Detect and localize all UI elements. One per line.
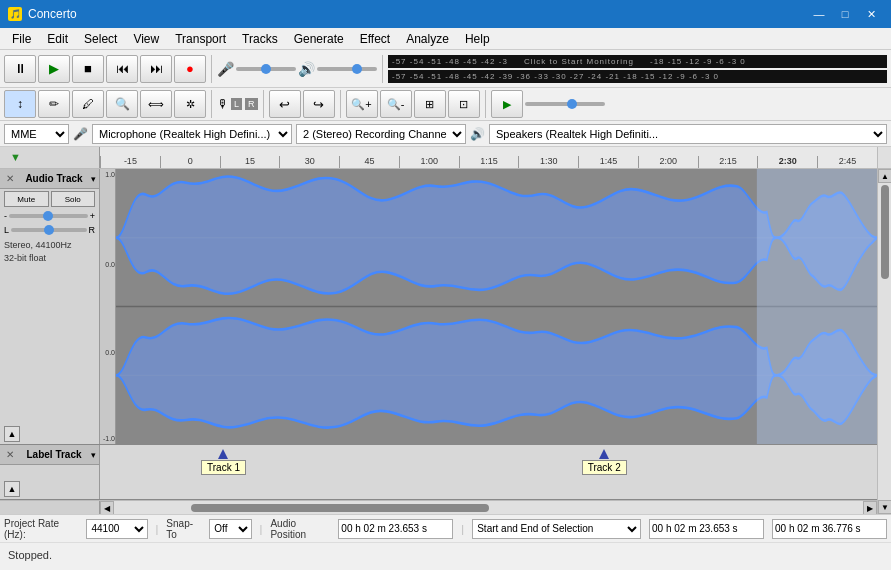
play-button[interactable]: ▶ (38, 55, 70, 83)
separator (211, 55, 212, 83)
menu-help[interactable]: Help (457, 30, 498, 48)
pan-slider[interactable] (11, 228, 86, 232)
hscroll-thumb[interactable] (191, 504, 489, 512)
gain-minus: - (4, 211, 7, 221)
close-button[interactable]: ✕ (859, 4, 883, 24)
sep6 (485, 90, 486, 118)
title-bar: 🎵 Concerto — □ ✕ (0, 0, 891, 28)
skip-back-button[interactable]: ⏮ (106, 55, 138, 83)
menu-generate[interactable]: Generate (286, 30, 352, 48)
zoom-out-button[interactable]: 🔍- (380, 90, 412, 118)
selection-end-input[interactable] (772, 519, 887, 539)
channels-select[interactable]: 2 (Stereo) Recording Channels (296, 124, 466, 144)
audio-position-label: Audio Position (270, 518, 330, 540)
label-track-name: Label Track (26, 449, 81, 460)
selection-mode-select[interactable]: Start and End of Selection (472, 519, 641, 539)
label-track-close[interactable]: ✕ (3, 448, 17, 461)
audio-track-name: Audio Track (25, 173, 82, 184)
vscroll-track[interactable] (878, 183, 891, 500)
project-rate-select[interactable]: 44100 (86, 519, 147, 539)
vscroll-down-button[interactable]: ▼ (878, 500, 891, 514)
separator2 (382, 55, 383, 83)
label-track-dropdown[interactable]: ▾ (91, 450, 96, 460)
tl-minus15: -15 (100, 156, 160, 168)
track-info: Stereo, 44100Hz 32-bit float (0, 237, 99, 266)
playback-speed-slider[interactable] (525, 102, 605, 106)
gain-slider[interactable] (9, 214, 88, 218)
label2-text: Track 2 (582, 460, 627, 475)
hscroll-left-button[interactable]: ◀ (100, 501, 114, 514)
tl-15: 15 (220, 156, 280, 168)
tl-215: 2:15 (698, 156, 758, 168)
vu-meter-bottom: -57 -54 -51 -48 -45 -42 -39 -36 -33 -30 … (392, 72, 719, 81)
sep-pipe2: | (260, 523, 263, 535)
hscroll-left-spacer (0, 501, 100, 514)
label-track-content: Track 1 Track 2 (100, 445, 877, 499)
audio-track-close[interactable]: ✕ (3, 172, 17, 185)
maximize-button[interactable]: □ (833, 4, 857, 24)
tl-245: 2:45 (817, 156, 877, 168)
stopped-status: Stopped. (8, 549, 52, 561)
zoom-in-button[interactable]: 🔍+ (346, 90, 378, 118)
track-collapse-button[interactable]: ▲ (4, 426, 20, 442)
fit-project-button[interactable]: ⊞ (414, 90, 446, 118)
api-select[interactable]: MME (4, 124, 69, 144)
selection-start-input[interactable] (649, 519, 764, 539)
sep5 (340, 90, 341, 118)
time-shift-tool-button[interactable]: ⟺ (140, 90, 172, 118)
stop-button[interactable]: ■ (72, 55, 104, 83)
menu-bar: File Edit Select View Transport Tracks G… (0, 28, 891, 50)
scale-bot1: -1.0 (103, 435, 115, 442)
play-at-speed-button[interactable]: ▶ (491, 90, 523, 118)
hscroll-track[interactable] (114, 501, 863, 514)
snap-to-label: Snap-To (166, 518, 201, 540)
vscroll-up-button[interactable]: ▲ (878, 169, 891, 183)
vscroll-top-spacer (877, 147, 891, 168)
menu-analyze[interactable]: Analyze (398, 30, 457, 48)
mic-device-select[interactable]: Microphone (Realtek High Defini...) (92, 124, 292, 144)
track-info-text: Stereo, 44100Hz (4, 239, 95, 252)
undo-button[interactable]: ↩ (269, 90, 301, 118)
audio-track-dropdown[interactable]: ▾ (91, 174, 96, 184)
scale-mid1: 0.0 (105, 349, 115, 356)
mute-button[interactable]: Mute (4, 191, 49, 207)
selection-tool-button[interactable]: ↕ (4, 90, 36, 118)
tl-130: 1:30 (518, 156, 578, 168)
skip-forward-button[interactable]: ⏭ (140, 55, 172, 83)
sep-pipe3: | (461, 523, 464, 535)
gain-plus: + (90, 211, 95, 221)
menu-view[interactable]: View (125, 30, 167, 48)
menu-edit[interactable]: Edit (39, 30, 76, 48)
tl-0: 0 (160, 156, 220, 168)
mic-volume-slider[interactable] (236, 67, 296, 71)
app-title: Concerto (28, 7, 77, 21)
hscroll-right-button[interactable]: ▶ (863, 501, 877, 514)
pin1-triangle (218, 449, 228, 459)
scale-mid1-upper: 0.0 (105, 261, 115, 268)
menu-tracks[interactable]: Tracks (234, 30, 286, 48)
zoom-tool-button[interactable]: 🔍 (106, 90, 138, 118)
playback-volume-slider[interactable] (317, 67, 377, 71)
vu-indicator-L: L (231, 98, 242, 110)
label-collapse-button[interactable]: ▲ (4, 481, 20, 497)
tl-30: 30 (279, 156, 339, 168)
pause-button[interactable]: ⏸ (4, 55, 36, 83)
record-button[interactable]: ● (174, 55, 206, 83)
menu-select[interactable]: Select (76, 30, 125, 48)
minimize-button[interactable]: — (807, 4, 831, 24)
pan-L: L (4, 225, 9, 235)
draw-tool-button[interactable]: 🖊 (72, 90, 104, 118)
menu-file[interactable]: File (4, 30, 39, 48)
audio-position-input[interactable] (338, 519, 453, 539)
multi-tool-button[interactable]: ✲ (174, 90, 206, 118)
snap-to-select[interactable]: Off (209, 519, 251, 539)
track2-label-pin: Track 2 (582, 449, 627, 475)
speaker-device-select[interactable]: Speakers (Realtek High Definiti... (489, 124, 887, 144)
menu-effect[interactable]: Effect (352, 30, 398, 48)
solo-button[interactable]: Solo (51, 191, 96, 207)
vscroll-thumb[interactable] (881, 185, 889, 279)
menu-transport[interactable]: Transport (167, 30, 234, 48)
fit-selection-button[interactable]: ⊡ (448, 90, 480, 118)
redo-button[interactable]: ↪ (303, 90, 335, 118)
envelope-tool-button[interactable]: ✏ (38, 90, 70, 118)
